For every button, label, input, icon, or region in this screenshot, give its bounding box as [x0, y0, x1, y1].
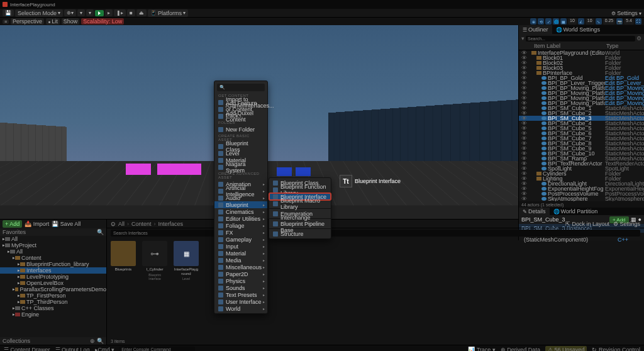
blueprints-button[interactable]: ▾ [77, 9, 85, 16]
menu-item[interactable]: Cinematics▸ [214, 208, 267, 215]
menu-item[interactable]: World▸ [214, 305, 267, 312]
asset-tile[interactable]: ⊶I_CylinderBlueprint Interface [142, 241, 167, 281]
filter-icon[interactable]: ▾ [521, 35, 525, 42]
unsaved-badge[interactable]: ⚠ 56 Unsaved [545, 346, 587, 352]
transform-scale-icon[interactable]: ⤢ [545, 18, 552, 25]
source-tree-item[interactable]: ▸ MyProject [0, 242, 106, 248]
snap-grid-value[interactable]: 10 [568, 18, 577, 25]
play-button[interactable] [95, 10, 104, 16]
source-tree-item[interactable]: ▸ OpenLevelBox [0, 280, 106, 286]
menu-item[interactable]: Add Quixel Content [214, 113, 267, 120]
menu-item[interactable]: Paper2D▸ [214, 270, 267, 277]
derived-data-button[interactable]: ⊕ Derived Data [501, 347, 540, 352]
stop-button[interactable]: ■ [127, 9, 135, 16]
submenu-item[interactable]: Structure [269, 230, 331, 237]
outliner-row[interactable]: 👁SkyAtmosphereSkyAtmosphere [519, 196, 644, 201]
eject-button[interactable]: ⏏ [136, 9, 147, 16]
revision-control-button[interactable]: ↻ Revision Control [592, 347, 640, 352]
snap-angle-icon[interactable]: ∠ [578, 18, 584, 25]
add-collection-button[interactable]: ⊕ 🔍 [90, 338, 104, 344]
submenu-item[interactable]: Interchange Blueprint Pipeline Base [269, 220, 331, 227]
perspective-button[interactable]: Perspective [11, 18, 44, 25]
show-button[interactable]: Show [62, 18, 80, 25]
asset-tile[interactable]: ▦InterfacePlaygroundLevel [174, 241, 199, 281]
menu-item[interactable]: New Folder [214, 126, 267, 133]
import-button[interactable]: 📥 Import [25, 221, 49, 227]
tab-world-partition[interactable]: 🌐 World Partition [550, 208, 602, 215]
cinematics-button[interactable]: ▾ [86, 9, 94, 16]
snap-angle-value[interactable]: 10 [586, 18, 594, 25]
cmd-input[interactable] [119, 347, 195, 351]
source-tree-item[interactable]: ▸ TP_ThirdPerson [0, 299, 106, 305]
source-tree-item[interactable]: ▸ ParallaxScrollingParametersDemo [0, 286, 106, 292]
source-tree-item[interactable]: ▸ Content [0, 255, 106, 261]
menu-item[interactable]: FX▸ [214, 229, 267, 236]
menu-item[interactable]: Level [214, 150, 267, 157]
lit-button[interactable]: ● Lit [46, 18, 60, 25]
asset-search-input[interactable] [111, 230, 640, 237]
breadcrumb[interactable]: All [118, 221, 125, 227]
menu-item[interactable]: Media▸ [214, 257, 267, 264]
source-tree-item[interactable]: ▸ All [0, 236, 106, 242]
menu-item[interactable]: Input▸ [214, 243, 267, 250]
tab-details[interactable]: ✎ Details [519, 208, 550, 215]
snap-grid-icon[interactable]: ▦ [560, 18, 567, 25]
add-button[interactable]: + Add [3, 220, 22, 228]
source-tree-item[interactable]: ▸ Interfaces [0, 267, 106, 274]
camera-speed-value[interactable]: 5.4 [624, 18, 634, 25]
output-log-button[interactable]: ☰ Output Log [55, 347, 90, 352]
source-tree-item[interactable]: ▸ LevelPrototyping [0, 274, 106, 280]
history-back-button[interactable]: ⊙ [111, 221, 116, 227]
menu-item[interactable]: Miscellaneous▸ [214, 264, 267, 270]
menu-item[interactable]: Artificial Intelligence▸ [214, 187, 267, 194]
settings-icon[interactable]: ⚙ [636, 35, 641, 42]
source-tree-item[interactable]: ▸ Engine [0, 311, 106, 318]
settings-button[interactable]: ⚙ Settings ▾ [611, 10, 641, 16]
search-icon[interactable]: 🔍 [97, 229, 104, 235]
content-drawer-button[interactable]: ☰ Content Drawer [4, 347, 50, 352]
menu-item[interactable]: Foliage▸ [214, 222, 267, 229]
save-all-button[interactable]: 💾 Save All [52, 221, 80, 227]
add-actor-button[interactable]: ⊕▾ [64, 9, 76, 16]
viewport-menu-button[interactable]: ≡ [3, 20, 9, 24]
asset-tile[interactable]: Blueprints [111, 241, 136, 272]
snap-scale-value[interactable]: 0.25 [603, 18, 616, 25]
menu-item[interactable]: Niagara System [214, 164, 267, 170]
breadcrumb[interactable]: Content [131, 221, 152, 227]
scalability-button[interactable]: Scalability: Low [81, 18, 124, 25]
menu-item[interactable]: User Interface▸ [214, 298, 267, 305]
source-tree-item[interactable]: ▸ BlueprintFunction_library [0, 261, 106, 267]
menu-item[interactable]: Audio▸ [214, 194, 267, 201]
menu-item[interactable]: Gameplay▸ [214, 236, 267, 243]
menu-item[interactable]: Physics▸ [214, 277, 267, 284]
context-search-input[interactable] [225, 86, 280, 90]
settings-button[interactable]: ⚙ Settings [613, 221, 640, 227]
transform-move-icon[interactable]: ⊕ [530, 18, 536, 25]
collections-header[interactable]: Collections [3, 338, 30, 344]
save-button[interactable]: 💾 [3, 9, 14, 16]
coord-space-icon[interactable]: 🌐 [553, 18, 559, 25]
cmd-button[interactable]: ▸Cmd ▾ [95, 347, 115, 352]
maximize-icon[interactable]: ⛶ [635, 18, 641, 25]
snap-scale-icon[interactable]: ⤡ [596, 18, 602, 25]
camera-speed-icon[interactable]: 📷 [616, 18, 623, 25]
menu-item[interactable]: Material▸ [214, 250, 267, 257]
platforms-button[interactable]: 📱 Platforms ▾ [148, 9, 188, 17]
submenu-item[interactable]: Blueprint Function Library [269, 186, 331, 193]
outliner-search-input[interactable] [526, 36, 635, 42]
tab-outliner[interactable]: ☰ Outliner [519, 25, 552, 34]
step-button[interactable]: ❚▸ [114, 9, 126, 16]
source-tree-item[interactable]: ▸ All [0, 248, 106, 255]
trace-button[interactable]: 📊 Trace ▾ [468, 347, 496, 352]
selection-mode-button[interactable]: Selection Mode ▾ [15, 9, 63, 17]
dock-button[interactable]: ⇱ Dock in Layout [565, 221, 609, 227]
source-tree-item[interactable]: ▸ C++ Classes [0, 305, 106, 311]
menu-item[interactable]: Text Presets▸ [214, 291, 267, 298]
menu-item[interactable]: Editor Utilities▸ [214, 215, 267, 222]
tab-world-settings[interactable]: 🌐 World Settings [552, 25, 604, 34]
submenu-item[interactable]: Blueprint Macro Library [269, 200, 331, 207]
menu-item[interactable]: Blueprint Class [214, 143, 267, 150]
favorites-header[interactable]: Favorites [3, 229, 97, 235]
menu-item[interactable]: Blueprint▸ [214, 201, 267, 208]
breadcrumb[interactable]: Interfaces [158, 221, 184, 227]
